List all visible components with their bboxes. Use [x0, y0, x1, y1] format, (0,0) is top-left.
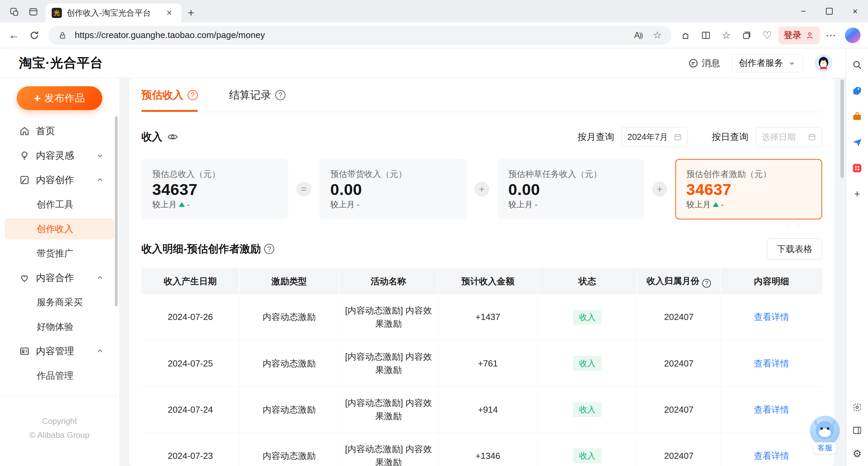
sidebar-item-2[interactable]: 内容创作 — [5, 169, 114, 191]
sidebar-item-9[interactable]: 内容管理 — [5, 341, 114, 362]
tab-estimated-income[interactable]: 预估收入 ? — [141, 78, 198, 112]
user-avatar[interactable] — [815, 54, 832, 72]
date-value: 2024-07-25 — [168, 358, 213, 369]
view-details-link[interactable]: 查看详情 — [754, 312, 789, 322]
tab-estimated-income-label: 预估收入 — [141, 88, 184, 102]
site-logo: 淘宝·光合平台 — [19, 54, 103, 72]
settings-icon[interactable]: ⚙ — [849, 446, 865, 461]
sidebar-item-label: 内容灵感 — [36, 149, 74, 162]
stat-card-0[interactable]: 预估总收入（元）34637较上月- — [141, 159, 288, 219]
cell-status: 收入 — [538, 294, 637, 340]
sidebar-item-5[interactable]: 带货推广 — [5, 243, 114, 264]
sidebar-item-6[interactable]: 内容合作 — [5, 267, 114, 288]
login-button[interactable]: 登录 — [778, 26, 820, 44]
day-picker-placeholder: 选择日期 — [762, 131, 796, 143]
table-row-1: 2024-07-25内容动态激励[内容动态激励] 内容效果激励+761收入202… — [141, 340, 822, 387]
send-icon[interactable] — [849, 135, 865, 150]
stat-card-title: 预估总收入（元） — [152, 168, 277, 180]
col-header-label: 活动名称 — [371, 276, 406, 286]
stat-card-value: 0.00 — [330, 180, 455, 199]
lock-icon[interactable] — [56, 29, 69, 42]
sidebar-item-10[interactable]: 作品管理 — [5, 365, 114, 386]
cell-type: 内容动态激励 — [239, 340, 338, 387]
favorites-icon[interactable]: ☆ — [717, 26, 735, 44]
browser-essentials-icon[interactable]: ♡ — [758, 26, 776, 44]
back-button[interactable]: ← — [5, 26, 23, 44]
add-sidebar-item-icon[interactable]: + — [849, 186, 865, 202]
col-header-label: 收入归属月份 — [646, 276, 699, 286]
eye-icon[interactable] — [167, 131, 178, 142]
creator-service-dropdown[interactable]: 创作者服务 — [732, 54, 803, 72]
url-text[interactable]: https://creator.guanghe.taobao.com/page/… — [75, 30, 626, 40]
sidebar-item-label: 好物体验 — [37, 321, 73, 333]
cell-month: 202407 — [637, 433, 721, 466]
cell-date: 2024-07-23 — [141, 433, 239, 466]
view-details-link[interactable]: 查看详情 — [754, 451, 789, 461]
split-screen-icon[interactable] — [697, 26, 715, 44]
shopping-icon[interactable] — [849, 83, 865, 98]
more-menu-icon[interactable]: ⋯ — [822, 26, 840, 44]
chevron-up-icon — [95, 175, 105, 185]
sidebar-toggle-icon[interactable] — [849, 423, 865, 438]
minimize-button[interactable]: − — [791, 0, 816, 22]
read-aloud-icon[interactable]: A)) — [631, 29, 645, 42]
new-tab-button[interactable]: + — [181, 4, 201, 21]
sidebar-item-0[interactable]: 首页 — [5, 121, 114, 142]
download-table-button[interactable]: 下载表格 — [767, 238, 822, 259]
browser-tab[interactable]: 光 创作收入-淘宝光合平台 × — [46, 3, 181, 22]
tools-icon[interactable] — [849, 109, 865, 124]
cell-month: 202407 — [637, 387, 721, 433]
help-icon[interactable]: ? — [264, 244, 274, 254]
help-icon[interactable]: ? — [188, 90, 198, 100]
sidebar-item-4[interactable]: 创作收入 — [5, 218, 114, 239]
col-header-label: 状态 — [578, 276, 596, 286]
month-picker[interactable]: 2024年7月 — [622, 127, 688, 147]
stat-card-2[interactable]: 预估种草任务收入（元）0.00较上月- — [498, 159, 644, 219]
type-value: 内容动态激励 — [263, 451, 316, 461]
stat-card-3[interactable]: 预估创作者激励（元）34637较上月- — [675, 159, 822, 219]
stat-card-1[interactable]: 预估带货收入（元）0.00较上月- — [319, 159, 466, 219]
stat-card-compare: 较上月- — [152, 199, 277, 210]
stat-separator: = — [288, 182, 319, 197]
messages-button[interactable]: 消息 — [688, 57, 720, 69]
tab-settlement-records[interactable]: 结算记录 ? — [229, 78, 285, 112]
workspaces-icon[interactable] — [5, 3, 24, 20]
close-button[interactable]: × — [842, 0, 868, 22]
sidebar-scrollbar[interactable] — [115, 116, 118, 306]
tab-close-icon[interactable]: × — [163, 7, 175, 19]
sidebar-item-label: 带货推广 — [37, 247, 73, 259]
favorite-star-icon[interactable]: ☆ — [650, 29, 664, 42]
address-bar[interactable]: https://creator.guanghe.taobao.com/page/… — [48, 26, 672, 45]
cell-date: 2024-07-24 — [141, 387, 239, 433]
cell-month: 202407 — [637, 340, 721, 387]
stat-card-title: 预估种草任务收入（元） — [508, 168, 633, 180]
view-details-link[interactable]: 查看详情 — [754, 358, 789, 369]
extensions-icon[interactable] — [676, 26, 695, 44]
search-icon[interactable] — [849, 57, 865, 73]
sidebar-item-7[interactable]: 服务商采买 — [5, 292, 114, 313]
view-details-link[interactable]: 查看详情 — [754, 405, 789, 415]
copilot-icon[interactable] — [845, 28, 861, 43]
publish-work-button[interactable]: + 发布作品 — [17, 86, 102, 110]
help-icon[interactable]: ? — [702, 279, 711, 288]
tab-actions-icon[interactable] — [24, 3, 43, 20]
sidebar-item-1[interactable]: 内容灵感 — [5, 145, 114, 166]
day-picker[interactable]: 选择日期 — [756, 127, 822, 147]
screenshot-icon[interactable] — [849, 399, 865, 415]
page-scrollbar[interactable] — [840, 79, 844, 178]
compare-label: 较上月 — [686, 199, 711, 210]
refresh-button[interactable] — [25, 26, 44, 44]
compare-delta: - — [535, 200, 538, 209]
apps-icon[interactable] — [849, 160, 865, 176]
sidebar-item-3[interactable]: 创作工具 — [5, 194, 114, 215]
customer-service-button[interactable]: 客服 — [809, 416, 841, 454]
maximize-button[interactable] — [816, 0, 842, 22]
col-header-6: 内容明细 — [721, 268, 822, 294]
date-value: 2024-07-23 — [168, 451, 213, 461]
sidebar-item-8[interactable]: 好物体验 — [5, 316, 114, 337]
status-badge: 收入 — [573, 310, 602, 325]
help-icon[interactable]: ? — [275, 90, 285, 100]
income-header-row: 收入 按月查询 2024年7月 — [141, 127, 822, 147]
collections-icon[interactable] — [737, 26, 756, 44]
site-header: 淘宝·光合平台 消息 创作者服务 — [0, 48, 846, 78]
